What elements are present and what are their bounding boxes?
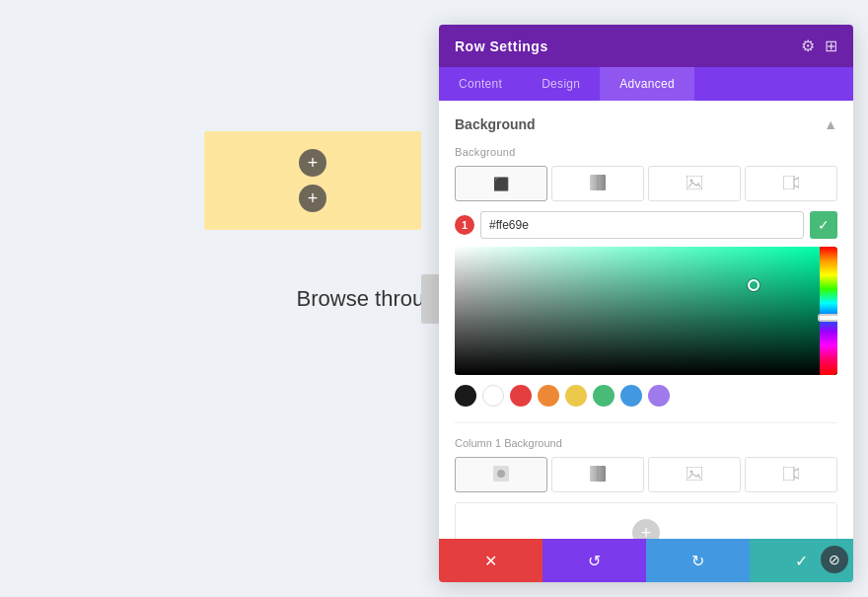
settings-icon[interactable]: ⚙ <box>801 37 815 55</box>
collapse-background-icon[interactable]: ▲ <box>824 116 837 132</box>
confirm-color-btn[interactable]: ✓ <box>810 211 837 239</box>
col-background-type-row <box>455 457 837 492</box>
col-video-icon <box>783 467 799 484</box>
svg-point-3 <box>690 179 693 182</box>
tab-advanced[interactable]: Advanced <box>600 67 694 101</box>
svg-rect-11 <box>783 467 794 481</box>
background-type-row: ⬛ <box>455 166 837 201</box>
col-bg-type-gradient-btn[interactable] <box>551 457 644 492</box>
swatch-green[interactable] <box>593 385 615 407</box>
reset-icon: ↺ <box>588 552 601 570</box>
swatch-orange[interactable] <box>538 385 559 407</box>
layout-icon[interactable]: ⊞ <box>825 37 837 55</box>
color-spectrum[interactable] <box>455 247 837 375</box>
cancel-button[interactable]: ✕ <box>439 539 542 582</box>
section-divider <box>455 422 837 423</box>
spectrum-handle[interactable] <box>748 279 760 291</box>
redo-icon: ↻ <box>691 552 704 570</box>
add-bg-color-area[interactable]: + Add Background Color <box>455 502 837 539</box>
tab-design[interactable]: Design <box>522 67 600 101</box>
bg-type-video-btn[interactable] <box>745 166 837 201</box>
bg-type-color-btn[interactable]: ⬛ <box>455 166 547 201</box>
reset-button[interactable]: ↺ <box>542 539 646 582</box>
col-gradient-icon <box>590 466 606 485</box>
panel-footer: ✕ ↺ ↻ ✓ <box>439 539 853 582</box>
hue-handle[interactable] <box>818 314 837 322</box>
step-badge-1: 1 <box>455 215 474 235</box>
swatch-red[interactable] <box>510 385 532 407</box>
color-input-row: 1 ✓ <box>455 211 837 239</box>
redo-button[interactable]: ↻ <box>646 539 750 582</box>
background-section-header: Background ▲ <box>455 116 837 132</box>
hue-strip-wrapper[interactable] <box>820 247 837 375</box>
svg-rect-4 <box>783 176 794 189</box>
svg-point-6 <box>497 470 505 478</box>
col-color-fill-icon <box>493 466 509 485</box>
swatch-black[interactable] <box>455 385 476 407</box>
panel-header: Row Settings ⚙ ⊞ <box>439 25 853 67</box>
row-settings-panel: Row Settings ⚙ ⊞ Content Design Advanced… <box>439 25 853 582</box>
col-bg-type-image-btn[interactable] <box>648 457 741 492</box>
image-icon <box>687 176 702 192</box>
add-content-btn-2[interactable]: + <box>299 185 326 212</box>
add-content-btn-1[interactable]: + <box>299 149 326 177</box>
panel-title: Row Settings <box>455 38 548 54</box>
panel-edge-bar <box>421 274 439 324</box>
svg-point-10 <box>690 470 693 473</box>
color-fill-icon: ⬛ <box>493 177 509 191</box>
swatch-white[interactable] <box>482 385 504 407</box>
accessibility-symbol: ⊘ <box>829 552 840 567</box>
yellow-content-block: + + <box>204 131 421 230</box>
background-label: Background <box>455 146 837 158</box>
swatch-yellow[interactable] <box>565 385 587 407</box>
panel-body: Background ▲ Background ⬛ <box>439 101 853 539</box>
bg-type-image-btn[interactable] <box>648 166 741 201</box>
panel-tabs: Content Design Advanced <box>439 67 853 101</box>
swatch-blue[interactable] <box>620 385 642 407</box>
tab-content[interactable]: Content <box>439 67 522 101</box>
cancel-icon: ✕ <box>484 552 497 570</box>
spectrum-dark-overlay <box>455 247 837 375</box>
background-section-title: Background <box>455 116 536 132</box>
save-icon: ✓ <box>795 552 808 570</box>
col-bg-type-video-btn[interactable] <box>745 457 837 492</box>
hex-color-input[interactable] <box>480 211 804 239</box>
bg-type-gradient-btn[interactable] <box>551 166 644 201</box>
swatch-purple[interactable] <box>648 385 670 407</box>
col-bg-type-color-btn[interactable] <box>455 457 547 492</box>
video-icon <box>783 176 799 192</box>
add-bg-plus-icon: + <box>632 519 660 539</box>
color-swatches-row <box>455 385 837 407</box>
col-bg-label: Column 1 Background <box>455 437 837 449</box>
panel-header-icons: ⚙ ⊞ <box>801 37 837 55</box>
col-image-icon <box>687 467 702 484</box>
hue-strip[interactable] <box>820 247 837 375</box>
gradient-icon <box>590 175 606 193</box>
accessibility-icon[interactable]: ⊘ <box>821 546 848 573</box>
